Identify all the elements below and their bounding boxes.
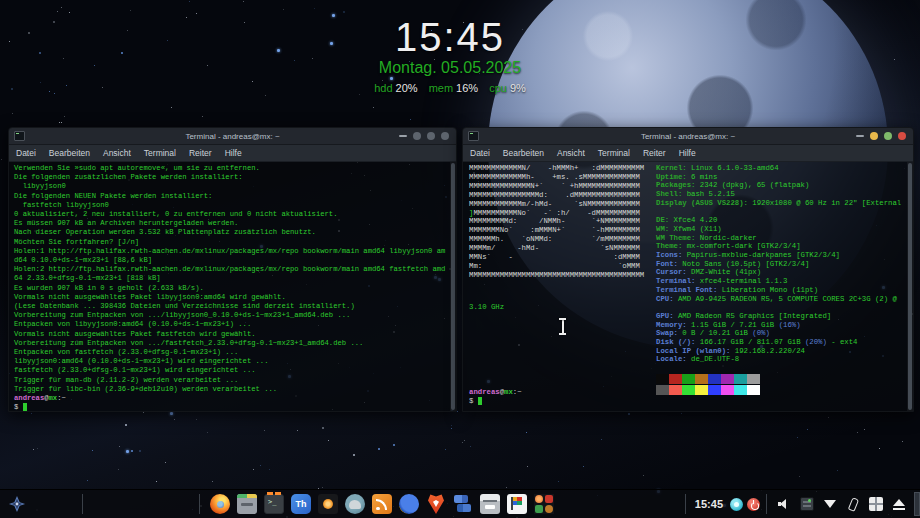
shade-button[interactable] (856, 135, 864, 137)
terminal-line: Nach dieser Operation werden 3.532 kB Pl… (14, 228, 445, 237)
menu-reiter[interactable]: Reiter (643, 148, 666, 158)
show-desktop-button[interactable] (914, 492, 920, 516)
disk-icon[interactable] (800, 497, 814, 511)
menu-bearbeiten[interactable]: Bearbeiten (503, 148, 544, 158)
terminal-line: CPU: AMD A9-9425 RADEON R5, 5 COMPUTE CO… (656, 295, 901, 304)
menu-reiter[interactable]: Reiter (189, 148, 212, 158)
fastfetch-info: Kernel: Linux 6.1.0-33-amd64Uptime: 6 mi… (656, 164, 901, 395)
scanner-icon[interactable] (480, 494, 500, 514)
terminal-line: Memory: 1.15 GiB / 7.21 GiB (16%) (656, 321, 901, 330)
terminal-line: WM Theme: Nordic-darker (656, 234, 901, 243)
terminal-line: MMMMMMMMMd: /NMMh- `+NMMMMMMMM (469, 217, 644, 226)
conky-time: 15:45 (320, 16, 580, 58)
terminal-color-palette (656, 385, 901, 395)
menu-datei[interactable]: Datei (470, 148, 490, 158)
terminal-line (656, 208, 901, 217)
network-status-icon[interactable] (730, 498, 743, 511)
clipboard-icon[interactable] (846, 497, 860, 511)
terminal-line: Terminal: xfce4-terminal 1.1.3 (656, 277, 901, 286)
terminal-line: Entpacken von libyyjson0:amd64 (0.10.0+d… (14, 320, 445, 329)
taskbar: Th 15:45 (0, 489, 920, 518)
package-installer-icon[interactable] (507, 494, 527, 514)
terminal-line: MMMMMMMMMMMMMMN+` ` +hMMMMMMMMMMMMMM (469, 182, 644, 191)
menubar: DateiBearbeitenAnsichtTerminalReiterHilf… (463, 145, 913, 162)
titlebar[interactable]: Terminal - andreas@mx: ~ (463, 128, 913, 145)
terminal-color-palette (656, 374, 901, 384)
terminal-content[interactable]: Verwenden Sie »sudo apt autoremove«, um … (9, 162, 456, 411)
menu-bearbeiten[interactable]: Bearbeiten (49, 148, 90, 158)
shade-button[interactable] (399, 135, 407, 137)
mastodon-icon[interactable] (345, 494, 365, 514)
cpu-label: cpu (489, 82, 507, 94)
menu-datei[interactable]: Datei (16, 148, 36, 158)
terminal-line: Trigger für man-db (2.11.2-2) werden ver… (14, 376, 445, 385)
eject-icon[interactable] (892, 497, 906, 511)
close-button[interactable] (441, 132, 449, 140)
hdd-value: 20% (396, 82, 418, 94)
thunderbird-icon[interactable]: Th (291, 494, 311, 514)
menu-terminal[interactable]: Terminal (144, 148, 176, 158)
scrollbar[interactable] (450, 162, 456, 411)
scrollbar[interactable] (907, 162, 913, 411)
display-settings-icon[interactable] (453, 494, 473, 514)
terminal-icon[interactable] (264, 494, 284, 514)
terminal-line: Icons: Papirus-mxblue-darkpanes [GTK2/3/… (656, 251, 901, 260)
terminal-line: 64 2.33.0+dfsg-0.1~mx23+1 [818 kB] (14, 274, 445, 283)
panel-separator (685, 494, 686, 514)
terminal-line: ]MMMMMMMMMMNo` -` :h/ -dMMMMMMMMMM (469, 209, 644, 218)
terminal-line: Kernel: Linux 6.1.0-33-amd64 (656, 164, 901, 173)
menu-hilfe[interactable]: Hilfe (679, 148, 696, 158)
minimize-button[interactable] (870, 132, 878, 140)
terminal-line: libyyjson0:amd64 (0.10.0+ds-1~mx23+1) wi… (14, 357, 445, 366)
terminal-content[interactable]: MMMMMMMMMMMMN/ -hMMMh+ :dMMMMMMMMMMMMMMM… (463, 162, 913, 411)
terminal-line: Vorbereitung zum Entpacken von .../fastf… (14, 339, 445, 348)
terminal-line: Theme: mx-comfort-dark [GTK2/3/4] (656, 242, 901, 251)
terminal-line: WM: Xfwm4 (X11) (656, 225, 901, 234)
launcher-grid-icon[interactable] (534, 494, 554, 514)
menu-terminal[interactable]: Terminal (598, 148, 630, 158)
wifi-icon[interactable] (823, 497, 837, 511)
web-browser-icon[interactable] (399, 494, 419, 514)
panel-clock[interactable]: 15:45 (695, 498, 723, 510)
menu-ansicht[interactable]: Ansicht (557, 148, 585, 158)
rss-reader-icon[interactable] (372, 494, 392, 514)
window-title: Terminal - andreas@mx: ~ (463, 132, 913, 141)
close-button[interactable] (898, 132, 906, 140)
volume-icon[interactable] (777, 497, 791, 511)
terminal-line: Display (ASUS VS228): 1920x1080 @ 60 Hz … (656, 199, 901, 208)
file-manager-icon[interactable] (237, 494, 257, 514)
terminal-line: Cursor: DMZ-White (41px) (656, 268, 901, 277)
terminal-line: Locale: de_DE.UTF-8 (656, 355, 901, 364)
maximize-button[interactable] (427, 132, 435, 140)
audio-player-icon[interactable] (318, 494, 338, 514)
terminal-line: MMMMMMMMMMMMMMMMMMMMMMMMMMMMMMMMMMMMMMMM (469, 271, 644, 280)
shell-prompt: andreas@mx:~$ (469, 388, 522, 406)
terminal-line: DE: Xfce4 4.20 (656, 216, 901, 225)
mx-logo-icon (8, 495, 26, 513)
terminal-line: $ (14, 403, 445, 411)
menu-hilfe[interactable]: Hilfe (225, 148, 242, 158)
menu-ansicht[interactable]: Ansicht (103, 148, 131, 158)
minimize-button[interactable] (413, 132, 421, 140)
shutdown-icon[interactable] (747, 498, 760, 511)
terminal-line: Packages: 2342 (dpkg), 65 (flatpak) (656, 181, 901, 190)
titlebar[interactable]: Terminal - andreas@mx: ~ (9, 128, 456, 145)
terminal-line: MMMMMMh. `oNMMd: `/mMMMMMMMM (469, 235, 644, 244)
brave-icon[interactable] (426, 494, 446, 514)
updates-icon[interactable] (869, 497, 883, 511)
conky-date: Montag. 05.05.2025 (320, 59, 580, 77)
conky-stats: hdd20% mem16% cpu9% (320, 82, 580, 94)
terminal-line: GPU: AMD Radeon R5 Graphics [Integrated] (656, 312, 901, 321)
terminal-line: Entpacken von fastfetch (2.33.0+dfsg-0.1… (14, 348, 445, 357)
firefox-icon[interactable] (210, 494, 230, 514)
terminal-line: Holen:1 http://ftp.halifax.rwth-aachen.d… (14, 247, 445, 256)
maximize-button[interactable] (884, 132, 892, 140)
terminal-line: Verwenden Sie »sudo apt autoremove«, um … (14, 164, 445, 173)
terminal-line: (Lese Datenbank ... 398436 Dateien und V… (14, 302, 445, 311)
terminal-line: Vormals nicht ausgewähltes Paket fastfet… (14, 330, 445, 339)
terminal-line: andreas@mx:~ (14, 394, 445, 403)
mem-value: 16% (456, 82, 478, 94)
terminal-window-right[interactable]: Terminal - andreas@mx: ~ DateiBearbeiten… (462, 127, 914, 412)
start-menu-button[interactable] (4, 492, 30, 516)
terminal-window-left[interactable]: Terminal - andreas@mx: ~ DateiBearbeiten… (8, 127, 457, 412)
